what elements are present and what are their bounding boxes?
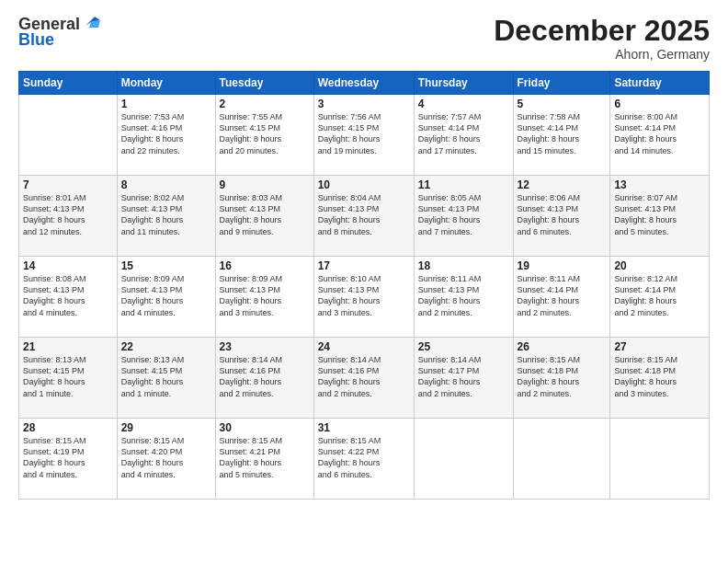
calendar-week-row: 21Sunrise: 8:13 AMSunset: 4:15 PMDayligh… — [19, 338, 710, 419]
calendar-cell — [513, 419, 610, 500]
day-info: Sunrise: 8:15 AMSunset: 4:22 PMDaylight:… — [318, 435, 410, 480]
calendar-cell: 30Sunrise: 8:15 AMSunset: 4:21 PMDayligh… — [215, 419, 313, 500]
day-info: Sunrise: 8:00 AMSunset: 4:14 PMDaylight:… — [614, 111, 705, 156]
calendar-cell: 22Sunrise: 8:13 AMSunset: 4:15 PMDayligh… — [117, 338, 215, 419]
day-number: 10 — [318, 178, 410, 191]
calendar-cell: 20Sunrise: 8:12 AMSunset: 4:14 PMDayligh… — [610, 257, 710, 338]
day-info: Sunrise: 8:03 AMSunset: 4:13 PMDaylight:… — [220, 192, 310, 237]
day-number: 12 — [518, 178, 607, 191]
day-number: 19 — [518, 259, 607, 272]
day-info: Sunrise: 8:11 AMSunset: 4:13 PMDaylight:… — [418, 273, 509, 318]
day-info: Sunrise: 8:13 AMSunset: 4:15 PMDaylight:… — [23, 354, 113, 399]
day-info: Sunrise: 8:14 AMSunset: 4:16 PMDaylight:… — [318, 354, 410, 399]
calendar-cell: 23Sunrise: 8:14 AMSunset: 4:16 PMDayligh… — [215, 338, 313, 419]
calendar-header: SundayMondayTuesdayWednesdayThursdayFrid… — [19, 72, 710, 95]
day-info: Sunrise: 8:15 AMSunset: 4:18 PMDaylight:… — [614, 354, 705, 399]
day-info: Sunrise: 8:12 AMSunset: 4:14 PMDaylight:… — [614, 273, 705, 318]
day-info: Sunrise: 8:15 AMSunset: 4:19 PMDaylight:… — [23, 435, 113, 480]
day-info: Sunrise: 7:57 AMSunset: 4:14 PMDaylight:… — [418, 111, 509, 156]
calendar-cell: 16Sunrise: 8:09 AMSunset: 4:13 PMDayligh… — [215, 257, 313, 338]
day-number: 4 — [418, 98, 509, 110]
day-info: Sunrise: 8:09 AMSunset: 4:13 PMDaylight:… — [121, 273, 211, 318]
day-number: 27 — [614, 340, 705, 353]
calendar-cell: 24Sunrise: 8:14 AMSunset: 4:16 PMDayligh… — [313, 338, 414, 419]
calendar-cell: 4Sunrise: 7:57 AMSunset: 4:14 PMDaylight… — [414, 95, 513, 176]
calendar-cell: 11Sunrise: 8:05 AMSunset: 4:13 PMDayligh… — [414, 176, 513, 257]
day-number: 6 — [614, 98, 705, 110]
day-info: Sunrise: 8:11 AMSunset: 4:14 PMDaylight:… — [518, 273, 607, 318]
day-number: 30 — [220, 421, 310, 434]
logo-bird-icon — [82, 13, 102, 33]
day-info: Sunrise: 8:14 AMSunset: 4:17 PMDaylight:… — [418, 354, 509, 399]
calendar-cell: 3Sunrise: 7:56 AMSunset: 4:15 PMDaylight… — [313, 95, 414, 176]
day-number: 15 — [121, 259, 211, 272]
day-info: Sunrise: 7:56 AMSunset: 4:15 PMDaylight:… — [318, 111, 410, 156]
calendar-cell: 27Sunrise: 8:15 AMSunset: 4:18 PMDayligh… — [610, 338, 710, 419]
calendar-cell: 18Sunrise: 8:11 AMSunset: 4:13 PMDayligh… — [414, 257, 513, 338]
calendar-cell: 5Sunrise: 7:58 AMSunset: 4:14 PMDaylight… — [513, 95, 610, 176]
calendar-cell: 28Sunrise: 8:15 AMSunset: 4:19 PMDayligh… — [19, 419, 118, 500]
day-info: Sunrise: 7:55 AMSunset: 4:15 PMDaylight:… — [220, 111, 310, 156]
calendar-cell: 8Sunrise: 8:02 AMSunset: 4:13 PMDaylight… — [117, 176, 215, 257]
day-number: 24 — [318, 340, 410, 353]
day-number: 9 — [220, 178, 310, 191]
day-number: 22 — [121, 340, 211, 353]
day-info: Sunrise: 7:58 AMSunset: 4:14 PMDaylight:… — [518, 111, 607, 156]
day-number: 7 — [23, 178, 113, 191]
day-info: Sunrise: 8:05 AMSunset: 4:13 PMDaylight:… — [418, 192, 509, 237]
calendar-cell: 31Sunrise: 8:15 AMSunset: 4:22 PMDayligh… — [313, 419, 414, 500]
dow-header-monday: Monday — [117, 72, 215, 95]
day-number: 23 — [220, 340, 310, 353]
day-number: 14 — [23, 259, 113, 272]
day-info: Sunrise: 8:10 AMSunset: 4:13 PMDaylight:… — [318, 273, 410, 318]
day-number: 25 — [418, 340, 509, 353]
day-info: Sunrise: 8:09 AMSunset: 4:13 PMDaylight:… — [220, 273, 310, 318]
day-number: 3 — [318, 98, 410, 110]
calendar-cell: 13Sunrise: 8:07 AMSunset: 4:13 PMDayligh… — [610, 176, 710, 257]
calendar-cell: 7Sunrise: 8:01 AMSunset: 4:13 PMDaylight… — [19, 176, 118, 257]
day-number: 2 — [220, 98, 310, 110]
day-info: Sunrise: 8:02 AMSunset: 4:13 PMDaylight:… — [121, 192, 211, 237]
day-number: 17 — [318, 259, 410, 272]
day-number: 8 — [121, 178, 211, 191]
month-title: December 2025 — [494, 15, 710, 47]
calendar-cell: 25Sunrise: 8:14 AMSunset: 4:17 PMDayligh… — [414, 338, 513, 419]
day-info: Sunrise: 8:07 AMSunset: 4:13 PMDaylight:… — [614, 192, 705, 237]
dow-header-wednesday: Wednesday — [313, 72, 414, 95]
day-info: Sunrise: 8:06 AMSunset: 4:13 PMDaylight:… — [518, 192, 607, 237]
day-number: 5 — [518, 98, 607, 110]
day-number: 16 — [220, 259, 310, 272]
dow-header-friday: Friday — [513, 72, 610, 95]
dow-header-sunday: Sunday — [19, 72, 118, 95]
day-number: 11 — [418, 178, 509, 191]
calendar-cell: 2Sunrise: 7:55 AMSunset: 4:15 PMDaylight… — [215, 95, 313, 176]
day-number: 29 — [121, 421, 211, 434]
day-info: Sunrise: 8:15 AMSunset: 4:21 PMDaylight:… — [220, 435, 310, 480]
calendar-cell — [19, 95, 118, 176]
calendar-week-row: 7Sunrise: 8:01 AMSunset: 4:13 PMDaylight… — [19, 176, 710, 257]
calendar-cell: 21Sunrise: 8:13 AMSunset: 4:15 PMDayligh… — [19, 338, 118, 419]
calendar-week-row: 14Sunrise: 8:08 AMSunset: 4:13 PMDayligh… — [19, 257, 710, 338]
calendar-cell — [414, 419, 513, 500]
calendar-cell: 15Sunrise: 8:09 AMSunset: 4:13 PMDayligh… — [117, 257, 215, 338]
header: General Blue December 2025 Ahorn, German… — [18, 15, 710, 62]
calendar-cell: 26Sunrise: 8:15 AMSunset: 4:18 PMDayligh… — [513, 338, 610, 419]
calendar-body: 1Sunrise: 7:53 AMSunset: 4:16 PMDaylight… — [19, 95, 710, 500]
day-info: Sunrise: 7:53 AMSunset: 4:16 PMDaylight:… — [121, 111, 211, 156]
logo: General Blue — [18, 15, 102, 50]
calendar-cell: 29Sunrise: 8:15 AMSunset: 4:20 PMDayligh… — [117, 419, 215, 500]
day-info: Sunrise: 8:15 AMSunset: 4:20 PMDaylight:… — [121, 435, 211, 480]
calendar-cell: 1Sunrise: 7:53 AMSunset: 4:16 PMDaylight… — [117, 95, 215, 176]
calendar: SundayMondayTuesdayWednesdayThursdayFrid… — [18, 71, 710, 500]
day-number: 21 — [23, 340, 113, 353]
day-info: Sunrise: 8:15 AMSunset: 4:18 PMDaylight:… — [518, 354, 607, 399]
calendar-cell: 12Sunrise: 8:06 AMSunset: 4:13 PMDayligh… — [513, 176, 610, 257]
day-info: Sunrise: 8:04 AMSunset: 4:13 PMDaylight:… — [318, 192, 410, 237]
day-number: 13 — [614, 178, 705, 191]
calendar-cell: 10Sunrise: 8:04 AMSunset: 4:13 PMDayligh… — [313, 176, 414, 257]
day-info: Sunrise: 8:13 AMSunset: 4:15 PMDaylight:… — [121, 354, 211, 399]
title-block: December 2025 Ahorn, Germany — [494, 15, 710, 62]
calendar-week-row: 28Sunrise: 8:15 AMSunset: 4:19 PMDayligh… — [19, 419, 710, 500]
day-number: 18 — [418, 259, 509, 272]
day-info: Sunrise: 8:08 AMSunset: 4:13 PMDaylight:… — [23, 273, 113, 318]
